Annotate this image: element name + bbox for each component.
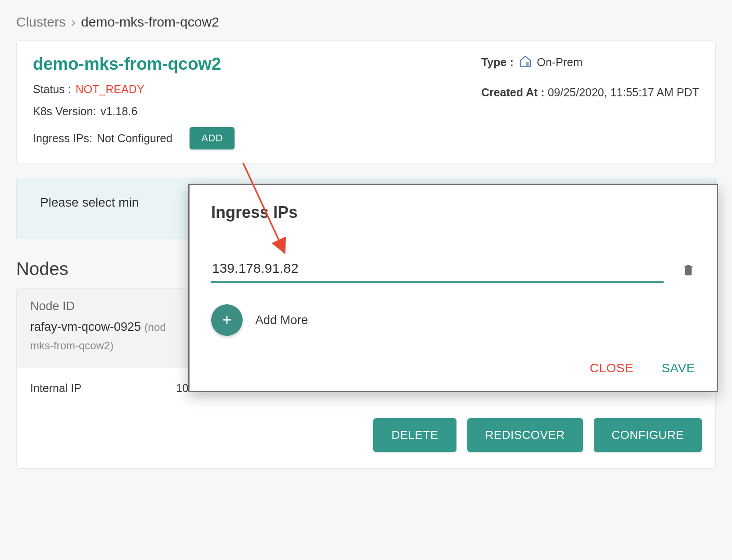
plus-icon: + [222,311,231,330]
modal-title: Ingress IPs [211,203,695,222]
created-label: Created At : [481,86,545,99]
cluster-header-left: demo-mks-from-qcow2 Status : NOT_READY K… [33,54,235,149]
ingress-value: Not Configured [97,132,172,145]
cluster-name: demo-mks-from-qcow2 [33,54,235,74]
ingress-ips-modal: Ingress IPs + Add More CLOSE SAVE [188,184,718,392]
ingress-label: Ingress IPs: [33,132,92,145]
node-id-sub-prefix: (nod [145,321,166,333]
breadcrumb: Clusters › demo-mks-from-qcow2 [0,0,732,41]
node-id-value: rafay-vm-qcow-0925 [30,320,141,334]
k8s-version-label: K8s Version: [33,105,96,118]
add-more-row: + Add More [211,304,695,336]
k8s-version-line: K8s Version: v1.18.6 [33,105,235,118]
rediscover-button[interactable]: REDISCOVER [467,418,583,452]
type-line: Type : On-Prem [481,54,699,71]
ip-input-row [211,258,695,283]
status-value: NOT_READY [76,83,145,96]
ingress-ip-input[interactable] [211,258,664,283]
add-more-button[interactable]: + [211,304,243,336]
configure-button[interactable]: CONFIGURE [594,418,702,452]
modal-save-button[interactable]: SAVE [661,361,695,375]
node-action-buttons: DELETE REDISCOVER CONFIGURE [30,418,702,452]
type-label: Type : [481,56,514,68]
breadcrumb-root-link[interactable]: Clusters [16,14,66,30]
created-line: Created At : 09/25/2020, 11:55:17 AM PDT [481,83,699,101]
breadcrumb-current: demo-mks-from-qcow2 [81,14,219,30]
type-value: On-Prem [537,56,583,68]
status-label: Status : [33,83,71,96]
cluster-header-card: demo-mks-from-qcow2 Status : NOT_READY K… [16,41,716,163]
node-id-sub-line2: mks-from-qcow2) [30,339,113,352]
breadcrumb-separator: › [71,14,76,30]
delete-button[interactable]: DELETE [373,418,456,452]
info-banner-text: Please select min [40,195,139,209]
on-prem-icon [519,54,532,71]
trash-icon[interactable] [682,262,695,279]
modal-actions: CLOSE SAVE [211,361,695,375]
add-ingress-button[interactable]: ADD [190,127,235,149]
svg-rect-0 [526,62,529,66]
created-value: 09/25/2020, 11:55:17 AM PDT [548,86,699,99]
internal-ip-label: Internal IP [30,382,81,395]
k8s-version-value: v1.18.6 [100,105,137,118]
ingress-line: Ingress IPs: Not Configured ADD [33,127,235,149]
status-line: Status : NOT_READY [33,83,235,96]
add-more-label: Add More [255,313,308,327]
modal-close-button[interactable]: CLOSE [590,361,633,375]
cluster-header-right: Type : On-Prem Created At : 09/25/2020, … [481,54,699,149]
